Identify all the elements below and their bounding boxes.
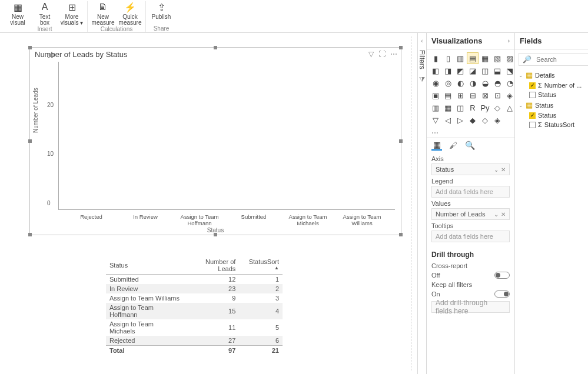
legend-well[interactable]: Add data fields here <box>431 186 510 198</box>
fields-field[interactable]: ΣStatusSort <box>519 120 588 129</box>
viz-type-icon[interactable]: ◧ <box>430 65 441 76</box>
field-checkbox[interactable] <box>529 92 536 98</box>
viz-type-icon[interactable]: ▧ <box>492 53 503 64</box>
viz-type-icon[interactable]: ◫ <box>480 65 490 76</box>
viz-type-icon[interactable]: ⊟ <box>467 90 478 101</box>
table-row[interactable]: Assign to Team Hoffmann154 <box>106 303 283 319</box>
table-row[interactable]: In Review232 <box>106 284 283 293</box>
focus-mode-icon[interactable]: ⛶ <box>378 50 386 58</box>
viz-type-icon[interactable]: ◈ <box>492 115 503 125</box>
viz-type-icon[interactable]: Py <box>480 102 490 113</box>
viz-type-icon[interactable]: ⊞ <box>455 90 466 101</box>
table-cell: 5 <box>239 319 283 336</box>
legend-well-label: Legend <box>431 178 510 185</box>
viz-type-icon[interactable]: ⬔ <box>504 65 515 76</box>
viz-type-icon[interactable]: ⊡ <box>492 90 503 101</box>
visualizations-header[interactable]: Visualizations › <box>427 33 514 49</box>
viz-type-icon[interactable]: ◒ <box>480 78 490 88</box>
cross-report-toggle[interactable] <box>494 272 510 279</box>
viz-type-icon[interactable]: ◓ <box>492 78 503 88</box>
viz-type-icon[interactable]: ⊠ <box>480 90 490 101</box>
ribbon-button[interactable]: ⊞Morevisuals ▾ <box>60 1 84 26</box>
viz-type-icon[interactable]: R <box>467 102 478 113</box>
chart-visual[interactable]: Number of Leads by Status ▽ ⛶ ⋯ Number o… <box>29 47 401 235</box>
fields-field[interactable]: Status <box>519 90 588 99</box>
fields-search[interactable]: 🔎 <box>519 53 588 66</box>
format-tab[interactable]: 🖌 <box>448 140 459 151</box>
keep-filters-toggle[interactable] <box>494 290 510 298</box>
table-visual[interactable]: StatusNumber of LeadsStatusSort ▲Submitt… <box>106 256 283 355</box>
fields-table[interactable]: ⌄▦Details <box>519 69 588 81</box>
viz-type-icon[interactable]: ▽ <box>430 115 441 125</box>
filters-pane-collapsed[interactable]: ‹ Filters ⧩ <box>418 33 427 374</box>
resize-handle[interactable] <box>399 46 403 49</box>
fields-field[interactable]: ✓Status <box>519 111 588 120</box>
field-checkbox[interactable]: ✓ <box>529 82 536 89</box>
viz-type-icon[interactable]: ▥ <box>430 102 441 113</box>
viz-type-icon[interactable]: ▯ <box>443 53 453 64</box>
table-column-header[interactable]: StatusSort ▲ <box>239 256 283 275</box>
more-visuals[interactable]: ⋯ <box>427 129 514 137</box>
filter-icon[interactable]: ▽ <box>368 50 374 58</box>
table-row[interactable]: Submitted121 <box>106 275 283 285</box>
viz-type-icon[interactable]: ◁ <box>443 115 453 125</box>
viz-type-icon[interactable]: ▣ <box>430 90 441 101</box>
viz-type-icon[interactable]: ◩ <box>455 65 466 76</box>
ribbon-button[interactable]: 🗎Newmeasure <box>91 1 115 26</box>
viz-type-icon[interactable]: ◇ <box>492 102 503 113</box>
resize-handle[interactable] <box>28 139 32 143</box>
viz-type-icon[interactable]: ▦ <box>480 53 490 64</box>
chevron-down-icon[interactable]: ⌄ <box>494 166 499 173</box>
viz-type-icon[interactable]: ◨ <box>443 65 453 76</box>
viz-type-icon[interactable]: ▨ <box>504 53 515 64</box>
viz-type-icon[interactable]: ◇ <box>480 115 490 125</box>
table-column-header[interactable]: Status <box>106 256 184 275</box>
viz-type-icon[interactable]: ◎ <box>443 78 453 88</box>
drill-through-well[interactable]: Add drill-through fields here <box>431 301 510 313</box>
ribbon-button[interactable]: ATextbox <box>33 1 57 26</box>
viz-type-icon[interactable]: ⬓ <box>492 65 503 76</box>
ribbon-button[interactable]: ⇪Publish <box>150 1 173 20</box>
viz-type-icon[interactable]: ◪ <box>467 65 478 76</box>
report-canvas[interactable]: Number of Leads by Status ▽ ⛶ ⋯ Number o… <box>0 33 417 374</box>
fields-tab[interactable]: ▦ <box>431 140 442 151</box>
field-checkbox[interactable] <box>529 122 536 128</box>
chevron-down-icon[interactable]: ⌄ <box>494 211 499 218</box>
field-checkbox[interactable]: ✓ <box>529 112 536 119</box>
viz-type-icon[interactable]: ◈ <box>504 90 515 101</box>
fields-table[interactable]: ⌄▦Status <box>519 99 588 111</box>
viz-type-icon[interactable]: ▦ <box>443 102 453 113</box>
analytics-tab[interactable]: 🔍 <box>464 140 475 151</box>
fields-field[interactable]: ✓ΣNumber of ... <box>519 81 588 90</box>
axis-well[interactable]: Status⌄✕ <box>431 163 510 175</box>
fields-header[interactable]: Fields › <box>515 33 588 49</box>
remove-icon[interactable]: ✕ <box>501 166 506 173</box>
tooltips-well[interactable]: Add data fields here <box>431 231 510 242</box>
table-column-header[interactable]: Number of Leads <box>184 256 240 275</box>
ribbon-button[interactable]: ⚡Quickmeasure <box>118 1 142 26</box>
resize-handle[interactable] <box>399 139 403 143</box>
table-row[interactable]: Assign to Team Williams93 <box>106 293 283 303</box>
viz-type-icon[interactable]: ▥ <box>455 53 466 64</box>
sigma-icon: Σ <box>538 82 542 89</box>
viz-type-icon[interactable]: ◑ <box>467 78 478 88</box>
table-row[interactable]: Rejected276 <box>106 336 283 346</box>
viz-type-icon[interactable]: ▮ <box>430 53 441 64</box>
viz-type-icon[interactable]: ◐ <box>455 78 466 88</box>
resize-handle[interactable] <box>28 46 32 49</box>
values-well[interactable]: Number of Leads⌄✕ <box>431 208 510 220</box>
more-options-icon[interactable]: ⋯ <box>390 50 397 58</box>
remove-icon[interactable]: ✕ <box>501 211 506 218</box>
viz-type-icon[interactable]: ◆ <box>467 115 478 125</box>
viz-type-icon[interactable]: ▤ <box>467 53 478 64</box>
ribbon-button[interactable]: ▦Newvisual <box>6 1 29 26</box>
viz-type-icon[interactable]: ◉ <box>430 78 441 88</box>
viz-type-icon[interactable]: ◔ <box>504 78 515 88</box>
table-row[interactable]: Assign to Team Michaels115 <box>106 319 283 336</box>
resize-handle[interactable] <box>214 46 217 49</box>
viz-type-icon[interactable]: △ <box>504 102 515 113</box>
viz-type-icon[interactable]: ▤ <box>443 90 453 101</box>
viz-type-icon[interactable]: ▷ <box>455 115 466 125</box>
viz-type-icon[interactable]: ◫ <box>455 102 466 113</box>
fields-search-input[interactable] <box>535 55 588 64</box>
